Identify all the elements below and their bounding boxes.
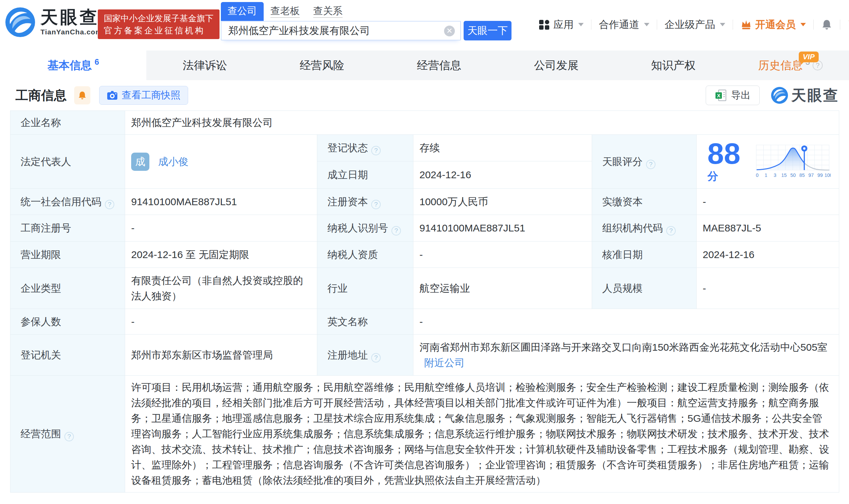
nav-enterprise-label: 企业级产品	[664, 18, 715, 32]
help-icon[interactable]	[646, 160, 656, 169]
cell-business-term-value: 2024-12-16 至 无固定期限	[125, 241, 317, 268]
tab-legal-label: 法律诉讼	[183, 58, 227, 73]
nav-open-vip-label: 开通会员	[755, 18, 796, 32]
help-icon[interactable]	[371, 146, 381, 155]
cell-reg-number-label: 工商注册号	[11, 215, 125, 241]
help-icon[interactable]	[371, 200, 381, 209]
nav-open-vip[interactable]: 开通会员	[733, 18, 813, 32]
clear-icon[interactable]	[444, 25, 455, 36]
tab-basic-info[interactable]: 基本信息 6	[0, 51, 146, 80]
tab-operating-info-label: 经营信息	[417, 58, 461, 73]
cell-staff-size-label: 人员规模	[592, 268, 697, 309]
cell-insured-count-value: -	[125, 309, 317, 335]
score-distribution-chart: 0 1 3 15 50 85 97 99 100	[756, 144, 831, 180]
tab-legal[interactable]: 法律诉讼	[146, 51, 263, 80]
help-icon[interactable]	[666, 226, 676, 235]
snapshot-button[interactable]: 查看工商快照	[99, 86, 188, 105]
watermark-logo: 天眼查	[771, 86, 839, 105]
table-row: 工商注册号 - 纳税人识别号 91410100MAE887JL51 组织机构代码…	[11, 215, 839, 241]
search-tab-company[interactable]: 查公司	[221, 2, 264, 21]
tab-ip-label: 知识产权	[651, 58, 696, 73]
help-icon[interactable]	[105, 200, 114, 209]
score-unit: 分	[707, 170, 718, 182]
company-search-input[interactable]	[221, 21, 461, 40]
tab-operating-info[interactable]: 经营信息	[381, 51, 498, 80]
svg-text:100: 100	[825, 172, 831, 178]
cell-insured-count-label: 参保人数	[11, 309, 125, 335]
cell-english-name-value: -	[413, 309, 839, 335]
cell-taxpayer-quality-value: -	[413, 241, 592, 268]
vip-crown-icon	[741, 19, 752, 30]
chevron-down-icon	[720, 23, 725, 26]
nav-enterprise[interactable]: 企业级产品	[657, 18, 733, 32]
legal-rep-avatar: 成	[131, 152, 149, 171]
help-icon[interactable]	[392, 226, 401, 235]
search-button[interactable]: 天眼一下	[464, 21, 512, 40]
cell-score-value: 88分	[697, 135, 839, 189]
snapshot-button-label: 查看工商快照	[122, 89, 180, 102]
nearby-companies-link[interactable]: 附近公司	[424, 357, 465, 368]
business-info-sectionbar: 工商信息 查看工商快照 X 导出	[0, 80, 849, 110]
search-tab-relation[interactable]: 查关系	[307, 2, 349, 21]
gov-badge-line1: 国家中小企业发展子基金旗下	[104, 12, 213, 24]
search-tab-boss[interactable]: 查老板	[264, 2, 307, 21]
chevron-down-icon	[644, 23, 649, 26]
export-button[interactable]: X 导出	[706, 86, 760, 105]
cell-approval-date-label: 核准日期	[592, 241, 697, 268]
cell-business-term-label: 营业期限	[11, 241, 125, 268]
tab-intellectual-property[interactable]: 知识产权	[615, 51, 732, 80]
cell-org-code-label: 组织机构代码	[592, 215, 697, 241]
tianyan-score: 88分	[703, 139, 831, 184]
table-row: 企业名称 郑州低空产业科技发展有限公司	[11, 111, 839, 135]
tab-history[interactable]: 历史信息 3 VIP	[732, 51, 849, 80]
nav-notifications[interactable]	[814, 19, 840, 30]
score-axis-ticks: 0 1 3 15 50 85 97 99 100	[756, 172, 831, 178]
search-area: 查公司 查老板 查关系 天眼一下	[221, 2, 512, 40]
nav-partner[interactable]: 合作通道	[591, 18, 657, 32]
cell-paidin-capital-label: 实缴资本	[592, 189, 697, 215]
vip-badge: VIP	[799, 52, 819, 62]
cell-reg-address-value: 河南省郑州市郑东新区圃田泽路与开来路交叉口向南150米路西金光花苑文化活动中心5…	[413, 335, 839, 376]
cell-taxpayer-quality-label: 纳税人资质	[317, 241, 413, 268]
table-row: 法定代表人 成 成小俊 登记状态 存续 天眼评分 88分	[11, 135, 839, 161]
cell-score-label: 天眼评分	[592, 135, 697, 189]
cell-business-scope-label: 经营范围	[11, 376, 125, 492]
cell-reg-authority-label: 登记机关	[11, 335, 125, 376]
cell-reg-authority-value: 郑州市郑东新区市场监督管理局	[125, 335, 317, 376]
cell-reg-status-label: 登记状态	[317, 135, 413, 161]
excel-icon: X	[715, 89, 727, 102]
cell-approval-date-value: 2024-12-16	[697, 241, 839, 268]
cell-credit-code-value: 91410100MAE887JL51	[125, 189, 317, 215]
legal-rep-link[interactable]: 成小俊	[158, 154, 189, 169]
tab-history-label: 历史信息	[758, 58, 803, 73]
cell-business-scope-value: 许可项目：民用机场运营；通用航空服务；民用航空器维修；民用航空维修人员培训；检验…	[125, 376, 839, 492]
detail-tabbar: 基本信息 6 法律诉讼 经营风险 经营信息 公司发展 知识产权 历史信息 3 V…	[0, 51, 849, 80]
cell-company-type-value: 有限责任公司（非自然人投资或控股的法人独资）	[125, 268, 317, 309]
cell-legal-rep-value: 成 成小俊	[125, 135, 317, 189]
nav-apps[interactable]: 应用	[531, 18, 591, 32]
svg-text:85: 85	[799, 172, 805, 178]
top-navigation: 应用 合作通道 企业级产品 开通会员	[531, 15, 849, 34]
tianyancha-swirl-icon	[5, 7, 35, 37]
table-row: 企业类型 有限责任公司（非自然人投资或控股的法人独资） 行业 航空运输业 人员规…	[11, 268, 839, 309]
cell-taxpayer-id-value: 91410100MAE887JL51	[413, 215, 592, 241]
svg-text:97: 97	[809, 172, 814, 178]
tab-development[interactable]: 公司发展	[498, 51, 615, 80]
help-icon[interactable]	[64, 432, 74, 441]
help-icon[interactable]	[371, 353, 381, 362]
tab-basic-info-label: 基本信息	[47, 58, 92, 73]
cell-credit-code-label: 统一社会信用代码	[11, 189, 125, 215]
cell-company-name-value: 郑州低空产业科技发展有限公司	[125, 111, 839, 135]
nav-user[interactable]: 肖青羽	[840, 18, 849, 32]
cell-staff-size-value: -	[697, 268, 839, 309]
subscribe-bell-button[interactable]	[74, 86, 90, 105]
tab-risk[interactable]: 经营风险	[263, 51, 380, 80]
brand-domain: TianYanCha.com	[40, 28, 102, 36]
nav-partner-label: 合作通道	[599, 18, 639, 32]
reg-address-text: 河南省郑州市郑东新区圃田泽路与开来路交叉口向南150米路西金光花苑文化活动中心5…	[419, 342, 828, 353]
brand-logo[interactable]: 天眼查 TianYanCha.com	[5, 7, 102, 37]
cell-establish-date-label: 成立日期	[317, 161, 413, 189]
tab-development-label: 公司发展	[534, 58, 578, 73]
table-row: 统一社会信用代码 91410100MAE887JL51 注册资本 10000万人…	[11, 189, 839, 215]
table-row: 登记机关 郑州市郑东新区市场监督管理局 注册地址 河南省郑州市郑东新区圃田泽路与…	[11, 335, 839, 376]
